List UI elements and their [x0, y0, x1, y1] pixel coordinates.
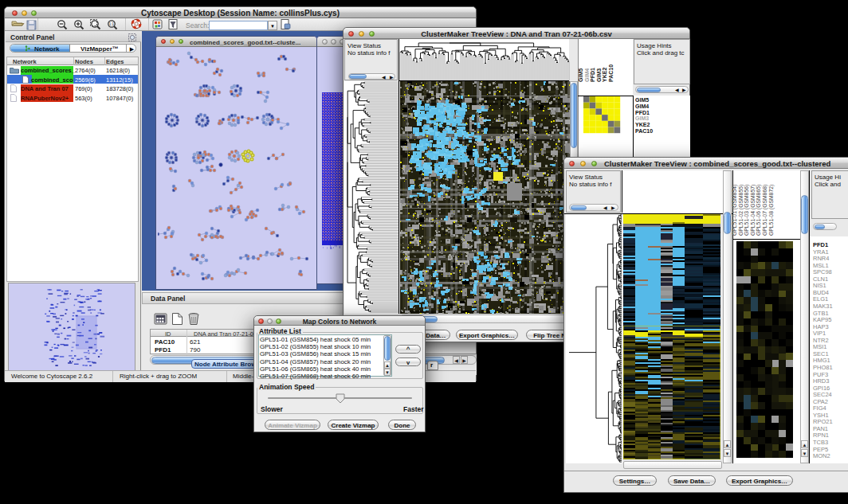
svg-text:1:1: 1:1 [109, 22, 115, 26]
